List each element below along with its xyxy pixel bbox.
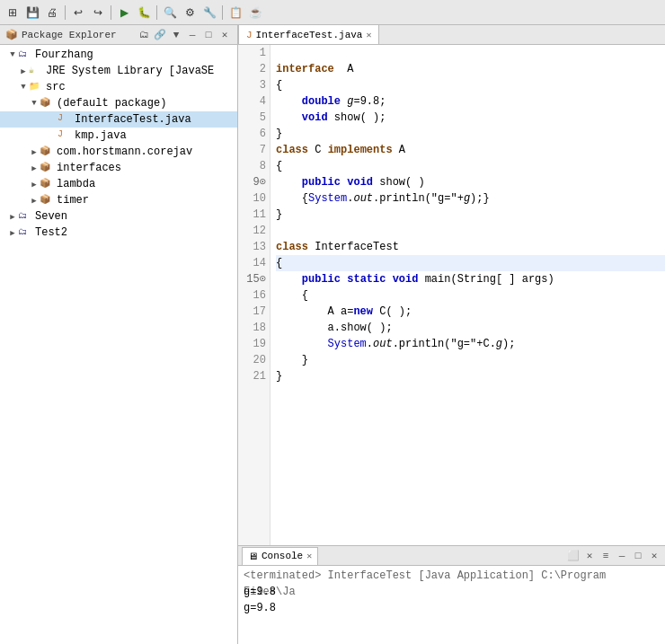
code-line-10: {System.out.println("g="+g);} [276,190,665,207]
line-num-20: 20 [242,352,266,368]
kw-void-2: void [347,176,373,189]
toolbar-btn-undo[interactable]: ↩ [69,4,87,22]
right-panel: J InterfaceTest.java ✕ 1 2 3 4 5 6 7 8 [238,25,665,644]
collapse-all-icon[interactable]: 🗂 [137,28,151,42]
interfaces-label: interfaces [57,162,121,174]
console-tab-label: Console [262,551,303,561]
package-explorer-panel: 📦 Package Explorer 🗂 🔗 ▼ — □ ✕ ▼ 🗂 Fourz… [0,25,238,644]
line-num-9: 9⊙ [242,174,266,190]
console-minimize-icon[interactable]: — [615,549,629,563]
code-lines[interactable]: interface A { double g=9.8; void show( )… [270,45,665,545]
kmp-label: kmp.java [75,129,127,142]
toolbar-btn-debug[interactable]: 🐛 [135,4,153,22]
console-tab[interactable]: 🖥 Console ✕ [242,547,318,565]
line-num-8: 8 [242,158,266,174]
sep-4 [222,5,223,20]
console-tab-bar: 🖥 Console ✕ ⬜ ✕ ≡ — □ ✕ [238,546,665,566]
kw-static: static [347,273,386,286]
close-panel-icon[interactable]: ✕ [217,28,232,42]
toolbar-btn-2[interactable]: 💾 [23,4,41,22]
interfacetest-label: InterfaceTest.java [75,113,191,126]
toolbar-btn-3[interactable]: 🖨 [43,4,61,22]
toolbar-btn-run[interactable]: ▶ [115,4,133,22]
line-num-6: 6 [242,126,266,142]
panel-header-icons: 🗂 🔗 ▼ — □ ✕ [137,28,232,42]
timer-package-icon: 📦 [40,194,54,207]
console-clear-icon[interactable]: ⬜ [566,549,581,563]
tree-item-lambda[interactable]: ▶ 📦 lambda [0,176,237,192]
timer-label: timer [57,194,89,207]
editor-tab-icon: J [246,30,253,40]
out-2: out [373,338,393,350]
tree-arrow-jre: ▶ [18,66,29,76]
line-num-15: 15⊙ [242,271,266,287]
console-menu-icon[interactable]: ≡ [598,549,613,563]
tree-item-timer[interactable]: ▶ 📦 timer [0,192,237,208]
editor-tab-interfacetest[interactable]: J InterfaceTest.java ✕ [238,24,379,44]
tree-item-interfaces[interactable]: ▶ 📦 interfaces [0,160,237,176]
code-line-1 [276,45,665,61]
console-output-text-2: g=9.8 [244,602,276,614]
test2-project-icon: 🗂 [18,226,32,239]
minimize-icon[interactable]: — [185,28,200,42]
line-numbers: 1 2 3 4 5 6 7 8 9⊙ 10 11 12 13 14 [238,45,270,545]
tree-arrow-timer: ▶ [29,196,40,206]
panel-menu-icon[interactable]: ▼ [169,28,183,42]
code-line-7: class C implements A [276,142,665,158]
tree-item-kmp[interactable]: J kmp.java [0,128,237,144]
toolbar-btn-redo[interactable]: ↪ [89,4,107,22]
package-icon: 📦 [40,97,54,110]
tree-item-jre[interactable]: ▶ ☕ JRE System Library [JavaSE [0,63,237,79]
line-num-17: 17 [242,304,266,320]
line-num-16: 16 [242,287,266,304]
console-close-icon[interactable]: ✕ [647,549,661,563]
tree-item-src[interactable]: ▼ 📁 src [0,79,237,95]
link-editor-icon[interactable]: 🔗 [153,28,167,42]
kw-public-2: public [302,273,341,286]
code-line-15: public static void main(String[ ] args) [276,271,665,287]
tree-item-interfacetest[interactable]: J InterfaceTest.java [0,111,237,128]
line-num-7: 7 [242,142,266,158]
line-num-18: 18 [242,320,266,336]
tree-item-test2[interactable]: ▶ 🗂 Test2 [0,225,237,241]
console-maximize-icon[interactable]: □ [631,549,645,563]
console-terminated-line: <terminated> InterfaceTest [Java Applica… [244,568,660,584]
out-1: out [353,192,373,205]
toolbar-btn-1[interactable]: ⊞ [4,4,22,22]
toolbar-btn-perspective[interactable]: 📋 [226,4,244,22]
project-icon: 🗂 [18,49,32,61]
toolbar-btn-tools[interactable]: 🔧 [200,4,218,22]
com-label: com.horstmann.corejav [57,146,192,158]
tree-item-seven[interactable]: ▶ 🗂 Seven [0,208,237,225]
line-num-3: 3 [242,77,266,93]
console-area: 🖥 Console ✕ ⬜ ✕ ≡ — □ ✕ <terminated> Int… [238,545,665,644]
console-tab-close-icon: ✕ [306,551,312,561]
kw-double: double [302,95,341,108]
tree-item-com-horstmann[interactable]: ▶ 📦 com.horstmann.corejav [0,144,237,160]
package-explorer-tree: ▼ 🗂 Fourzhang ▶ ☕ JRE System Library [Ja… [0,45,237,644]
line-num-2: 2 [242,61,266,77]
tree-item-default-package[interactable]: ▼ 📦 (default package) [0,95,237,111]
code-line-5: void show( ); [276,110,665,126]
main-container: 📦 Package Explorer 🗂 🔗 ▼ — □ ✕ ▼ 🗂 Fourz… [0,25,665,644]
code-line-13: class InterfaceTest [276,239,665,255]
line-num-10: 10 [242,190,266,207]
tree-arrow-seven: ▶ [7,212,18,222]
toolbar-btn-java[interactable]: ☕ [246,4,264,22]
editor-content[interactable]: 1 2 3 4 5 6 7 8 9⊙ 10 11 12 13 14 [238,45,665,545]
g-var-2: g [496,338,502,350]
kw-void-3: void [393,273,419,286]
package-explorer-title: Package Explorer [22,30,133,40]
package-explorer-header: 📦 Package Explorer 🗂 🔗 ▼ — □ ✕ [0,25,237,45]
toolbar-btn-settings[interactable]: ⚙ [181,4,199,22]
console-stop-icon[interactable]: ✕ [582,549,597,563]
seven-label: Seven [35,210,67,223]
maximize-icon[interactable]: □ [201,28,216,42]
java-file-icon: J [58,113,72,126]
com-package-icon: 📦 [40,146,54,158]
tree-item-fourzhang[interactable]: ▼ 🗂 Fourzhang [0,47,237,63]
toolbar-btn-search[interactable]: 🔍 [161,4,179,22]
editor-tab-close[interactable]: ✕ [366,30,371,40]
code-line-4: double g=9.8; [276,93,665,110]
code-line-12 [276,223,665,239]
